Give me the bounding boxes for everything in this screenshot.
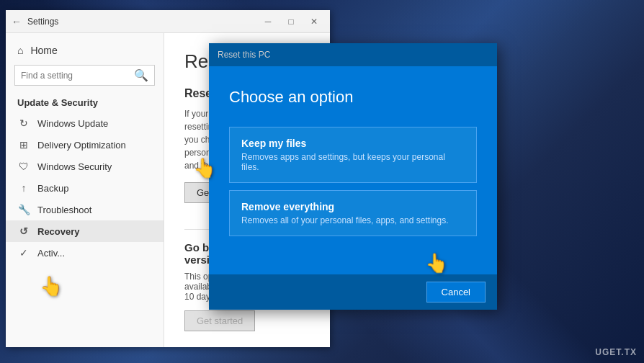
keep-files-button[interactable]: Keep my files Removes apps and settings,…	[229, 127, 477, 183]
reset-dialog-title: Reset this PC	[218, 50, 270, 60]
sidebar-item-label: Activ...	[37, 248, 65, 259]
keep-files-title: Keep my files	[241, 138, 465, 149]
sidebar-item-activation[interactable]: ✓ Activ...	[6, 242, 164, 264]
remove-everything-button[interactable]: Remove everything Removes all of your pe…	[229, 190, 477, 236]
sidebar-section-title: Update & Security	[6, 91, 164, 112]
sidebar-item-windows-security[interactable]: 🛡 Windows Security	[6, 156, 164, 177]
search-icon: 🔍	[134, 68, 148, 82]
windows-security-icon: 🛡	[17, 161, 30, 172]
reset-dialog-footer: Cancel	[209, 274, 497, 310]
reset-dialog: Reset this PC Choose an option Keep my f…	[209, 43, 497, 310]
reset-dialog-body: Choose an option Keep my files Removes a…	[209, 66, 497, 274]
watermark: UGET.TX	[595, 347, 637, 357]
close-button[interactable]: ✕	[304, 14, 324, 29]
sidebar-item-label: Troubleshoot	[37, 205, 91, 215]
sidebar-item-label: Windows Security	[37, 161, 112, 172]
remove-everything-title: Remove everything	[241, 201, 465, 212]
cancel-button[interactable]: Cancel	[426, 282, 486, 302]
sidebar-item-label: Delivery Optimization	[37, 140, 126, 151]
sidebar-home-item[interactable]: ⌂ Home	[6, 39, 164, 62]
go-back-get-started-button[interactable]: Get started	[184, 310, 255, 331]
sidebar-item-troubleshoot[interactable]: 🔧 Troubleshoot	[6, 199, 164, 220]
sidebar-item-label: Windows Update	[37, 118, 108, 129]
home-icon: ⌂	[17, 45, 23, 56]
window-title: Settings	[27, 17, 258, 27]
sidebar-item-delivery-optimization[interactable]: ⊞ Delivery Optimization	[6, 134, 164, 156]
remove-everything-description: Removes all of your personal files, apps…	[241, 215, 465, 225]
back-button[interactable]: ←	[12, 16, 22, 27]
activation-icon: ✓	[17, 247, 30, 259]
recovery-icon: ↺	[17, 225, 30, 237]
backup-icon: ↑	[17, 182, 30, 194]
windows-update-icon: ↻	[17, 117, 30, 129]
sidebar-item-label: Backup	[37, 183, 68, 194]
sidebar-item-windows-update[interactable]: ↻ Windows Update	[6, 112, 164, 134]
window-controls: ─ □ ✕	[258, 14, 324, 29]
sidebar-item-label: Recovery	[37, 226, 80, 237]
sidebar-search-box[interactable]: 🔍	[14, 65, 155, 86]
title-bar: ← Settings ─ □ ✕	[6, 10, 330, 33]
sidebar: ⌂ Home 🔍 Update & Security ↻ Windows Upd…	[6, 33, 164, 347]
reset-dialog-header: Reset this PC	[209, 43, 497, 66]
minimize-button[interactable]: ─	[258, 14, 278, 29]
troubleshoot-icon: 🔧	[17, 204, 30, 215]
sidebar-item-recovery[interactable]: ↺ Recovery	[6, 220, 164, 242]
sidebar-item-backup[interactable]: ↑ Backup	[6, 177, 164, 199]
keep-files-description: Removes apps and settings, but keeps you…	[241, 152, 465, 172]
search-input[interactable]	[21, 71, 130, 81]
home-label: Home	[30, 45, 57, 56]
choose-option-title: Choose an option	[229, 88, 477, 107]
maximize-button[interactable]: □	[281, 14, 301, 29]
delivery-optimization-icon: ⊞	[17, 139, 30, 151]
